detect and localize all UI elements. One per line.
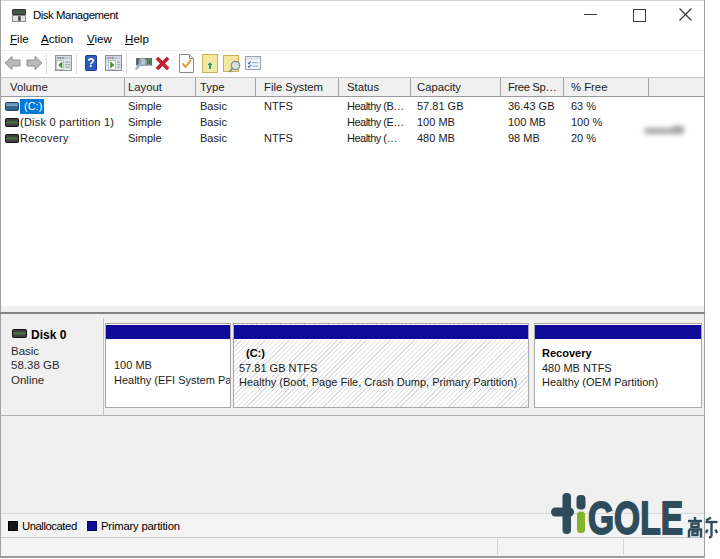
svg-text:GOLE: GOLE bbox=[588, 492, 683, 544]
svg-text:?: ? bbox=[87, 56, 94, 70]
